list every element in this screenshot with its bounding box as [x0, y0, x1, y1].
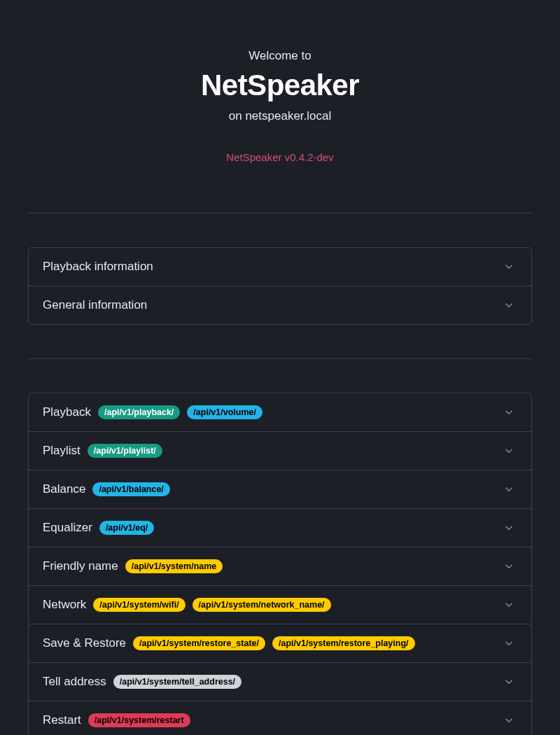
api-accordion-item[interactable]: Restart/api/v1/system/restart [29, 701, 531, 735]
accordion-title: Friendly name [43, 559, 118, 573]
chevron-down-icon [500, 519, 517, 536]
chevron-down-icon [500, 712, 517, 729]
chevron-down-icon [500, 258, 517, 275]
api-badge: /api/v1/eq/ [99, 521, 154, 535]
accordion-title: Playlist [43, 444, 80, 458]
api-accordion-item[interactable]: Network/api/v1/system/wifi//api/v1/syste… [29, 586, 531, 624]
accordion-title: Tell address [43, 675, 106, 689]
chevron-down-icon [500, 404, 517, 421]
api-accordion-item[interactable]: Balance/api/v1/balance/ [29, 470, 531, 509]
api-badge: /api/v1/system/wifi/ [93, 598, 185, 612]
api-accordion-item[interactable]: Playback/api/v1/playback//api/v1/volume/ [29, 393, 531, 432]
api-badge: /api/v1/system/restore_state/ [133, 636, 265, 650]
api-accordion: Playback/api/v1/playback//api/v1/volume/… [28, 393, 532, 735]
api-badge: /api/v1/system/restart [88, 713, 190, 727]
section-divider [28, 358, 532, 359]
api-accordion-item[interactable]: Tell address/api/v1/system/tell_address/ [29, 663, 531, 701]
chevron-down-icon [500, 558, 517, 575]
info-accordion: Playback informationGeneral information [28, 247, 532, 325]
api-accordion-item[interactable]: Equalizer/api/v1/eq/ [29, 509, 531, 547]
chevron-down-icon [500, 673, 517, 690]
api-accordion-item[interactable]: Friendly name/api/v1/system/name [29, 547, 531, 586]
info-accordion-item[interactable]: Playback information [29, 248, 531, 286]
accordion-title: Equalizer [43, 521, 92, 535]
accordion-title: General information [43, 298, 147, 312]
accordion-title: Network [43, 598, 86, 612]
brand-title: NetSpeaker [28, 69, 532, 102]
section-divider [28, 213, 532, 214]
version-link[interactable]: NetSpeaker v0.4.2-dev [226, 151, 333, 163]
api-badge: /api/v1/system/tell_address/ [113, 675, 241, 689]
api-badge: /api/v1/system/network_name/ [192, 598, 331, 612]
api-accordion-item[interactable]: Playlist/api/v1/playlist/ [29, 432, 531, 470]
accordion-title: Restart [43, 713, 81, 727]
host-text: on netspeaker.local [28, 109, 532, 123]
chevron-down-icon [500, 442, 517, 459]
welcome-text: Welcome to [28, 49, 532, 63]
accordion-title: Playback [43, 405, 91, 419]
page-header: Welcome to NetSpeaker on netspeaker.loca… [28, 0, 532, 192]
api-badge: /api/v1/volume/ [187, 405, 262, 419]
chevron-down-icon [500, 596, 517, 613]
api-badge: /api/v1/system/name [125, 559, 223, 573]
api-badge: /api/v1/system/restore_playing/ [272, 636, 415, 650]
chevron-down-icon [500, 297, 517, 314]
api-badge: /api/v1/balance/ [92, 482, 169, 496]
api-accordion-item[interactable]: Save & Restore/api/v1/system/restore_sta… [29, 624, 531, 663]
accordion-title: Playback information [43, 260, 153, 274]
api-badge: /api/v1/playlist/ [88, 444, 162, 458]
api-badge: /api/v1/playback/ [98, 405, 180, 419]
chevron-down-icon [500, 481, 517, 498]
accordion-title: Balance [43, 482, 85, 496]
chevron-down-icon [500, 635, 517, 652]
info-accordion-item[interactable]: General information [29, 286, 531, 324]
accordion-title: Save & Restore [43, 636, 126, 650]
